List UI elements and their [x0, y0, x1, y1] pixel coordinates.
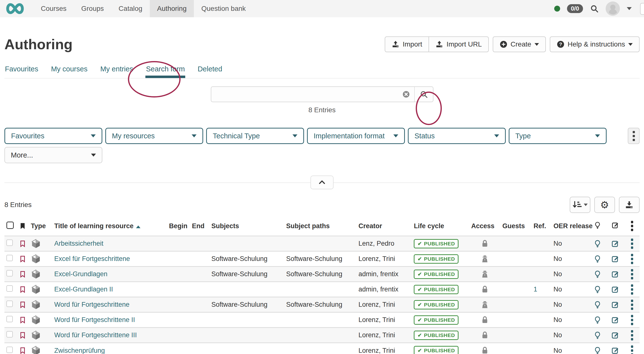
filter-my-resources[interactable]: My resources	[105, 128, 203, 144]
ref-link[interactable]: 1	[534, 285, 537, 293]
bookmark-outline-icon[interactable]	[19, 346, 27, 354]
bookmark-outline-icon[interactable]	[19, 270, 27, 278]
row-actions-kebab-icon[interactable]	[626, 300, 638, 310]
nav-item-groups[interactable]: Groups	[74, 0, 111, 17]
details-lightbulb-button[interactable]	[593, 346, 602, 354]
resource-title-link[interactable]: Excel-Grundlagen II	[54, 285, 113, 293]
row-checkbox[interactable]	[6, 316, 13, 322]
global-search-icon[interactable]	[590, 4, 599, 13]
bookmark-outline-icon[interactable]	[19, 239, 27, 248]
details-lightbulb-button[interactable]	[593, 331, 602, 340]
resource-title-link[interactable]: Arbeitssicherheit	[54, 240, 104, 247]
table-row[interactable]: Arbeitssicherheit Lenz, Pedro ✔PUBLISHED…	[4, 236, 640, 251]
row-checkbox[interactable]	[6, 300, 13, 307]
table-row[interactable]: Word für Fortgeschrittene II Lorenz, Tri…	[4, 312, 640, 328]
col-oer[interactable]: OER release	[552, 219, 589, 236]
row-actions-kebab-icon[interactable]	[626, 315, 638, 325]
resource-title-link[interactable]: Word für Fortgeschrittene	[54, 301, 130, 308]
resource-title-link[interactable]: Excel für Fortgeschrittene	[54, 255, 130, 262]
col-subjects[interactable]: Subjects	[209, 219, 284, 236]
sort-button[interactable]	[570, 197, 590, 213]
details-lightbulb-button[interactable]	[593, 315, 602, 324]
row-checkbox[interactable]	[6, 270, 13, 276]
row-actions-kebab-icon[interactable]	[626, 254, 638, 264]
col-creator[interactable]: Creator	[356, 219, 412, 236]
row-actions-kebab-icon[interactable]	[626, 330, 638, 340]
row-checkbox[interactable]	[6, 331, 13, 337]
edit-button[interactable]	[611, 254, 620, 263]
filter-status[interactable]: Status	[408, 128, 506, 144]
details-lightbulb-button[interactable]	[593, 285, 602, 294]
user-menu-caret-icon[interactable]	[627, 7, 632, 10]
table-settings-button[interactable]: ⚙	[594, 197, 615, 213]
table-row[interactable]: Word für Fortgeschrittene Software-Schul…	[4, 297, 640, 312]
bookmark-outline-icon[interactable]	[19, 316, 27, 324]
collapse-search-button[interactable]	[310, 176, 334, 189]
col-end[interactable]: End	[190, 219, 209, 236]
edit-button[interactable]	[611, 315, 620, 324]
row-actions-kebab-icon[interactable]	[626, 239, 638, 249]
table-row[interactable]: Excel für Fortgeschrittene Software-Schu…	[4, 251, 640, 267]
filter-favourites[interactable]: Favourites	[4, 128, 102, 144]
avatar[interactable]	[606, 2, 620, 16]
nav-item-courses[interactable]: Courses	[34, 0, 74, 17]
filter-type[interactable]: Type	[509, 128, 606, 144]
edit-button[interactable]	[611, 285, 620, 294]
table-row[interactable]: Word für Fortgeschrittene III Lorenz, Tr…	[4, 328, 640, 343]
row-checkbox[interactable]	[6, 255, 13, 261]
row-checkbox[interactable]	[6, 285, 13, 292]
bookmark-outline-icon[interactable]	[19, 331, 27, 339]
tab-deleted[interactable]: Deleted	[197, 65, 222, 78]
search-input[interactable]	[211, 87, 398, 102]
tab-my-entries[interactable]: My entries	[100, 65, 134, 78]
clear-search-button[interactable]	[398, 87, 414, 102]
bookmark-outline-icon[interactable]	[19, 300, 27, 309]
resource-title-link[interactable]: Excel-Grundlagen	[54, 270, 108, 278]
filter-overflow-kebab-icon[interactable]	[628, 128, 640, 144]
search-submit-button[interactable]	[415, 87, 433, 102]
col-access[interactable]: Access	[469, 219, 500, 236]
edit-button[interactable]	[611, 331, 620, 340]
filter-implementation-format[interactable]: Implementation format	[307, 128, 405, 144]
import-button[interactable]: Import	[385, 37, 429, 52]
tab-favourites[interactable]: Favourites	[4, 65, 38, 78]
row-checkbox[interactable]	[6, 239, 13, 246]
chat-edge-button[interactable]	[640, 3, 644, 15]
nav-item-question-bank[interactable]: Question bank	[194, 0, 253, 17]
download-button[interactable]	[619, 197, 640, 213]
details-lightbulb-button[interactable]	[593, 239, 602, 248]
edit-button[interactable]	[611, 239, 620, 248]
col-life-cycle[interactable]: Life cycle	[412, 219, 469, 236]
tab-search-form[interactable]: Search form	[146, 65, 185, 78]
table-row[interactable]: Excel-Grundlagen Software-Schulung Softw…	[4, 267, 640, 282]
row-actions-kebab-icon[interactable]	[626, 284, 638, 295]
filter-technical-type[interactable]: Technical Type	[206, 128, 304, 144]
resource-title-link[interactable]: Word für Fortgeschrittene III	[54, 331, 137, 339]
table-row[interactable]: Excel-Grundlagen II admin, frentix ✔PUBL…	[4, 282, 640, 297]
col-title[interactable]: Title of learning resource	[52, 219, 167, 236]
details-lightbulb-button[interactable]	[593, 270, 602, 279]
create-button[interactable]: Create	[493, 37, 546, 52]
col-begin[interactable]: Begin	[167, 219, 190, 236]
details-lightbulb-button[interactable]	[593, 300, 602, 309]
col-ref[interactable]: Ref.	[532, 219, 552, 236]
col-guests[interactable]: Guests	[500, 219, 532, 236]
edit-button[interactable]	[611, 346, 620, 354]
edit-button[interactable]	[611, 270, 620, 279]
nav-item-catalog[interactable]: Catalog	[111, 0, 150, 17]
resource-title-link[interactable]: Zwischenprüfung	[54, 347, 105, 354]
resource-title-link[interactable]: Word für Fortgeschrittene II	[54, 316, 135, 323]
details-lightbulb-button[interactable]	[593, 254, 602, 263]
bookmark-column-icon[interactable]	[19, 222, 27, 230]
openolat-logo[interactable]	[5, 2, 25, 15]
message-count-badge[interactable]: 0/0	[567, 4, 583, 13]
bookmark-outline-icon[interactable]	[19, 255, 27, 263]
row-actions-kebab-icon[interactable]	[626, 269, 638, 279]
select-all-checkbox[interactable]	[6, 222, 14, 229]
filter-more[interactable]: More...	[4, 147, 102, 163]
help-instructions-button[interactable]: ? Help & instructions	[550, 37, 640, 52]
col-subject-paths[interactable]: Subject paths	[284, 219, 356, 236]
import-url-button[interactable]: Import URL	[429, 37, 488, 52]
row-checkbox[interactable]	[6, 346, 13, 353]
table-row[interactable]: Zwischenprüfung Lorenz, Trini ✔PUBLISHED…	[4, 343, 640, 354]
